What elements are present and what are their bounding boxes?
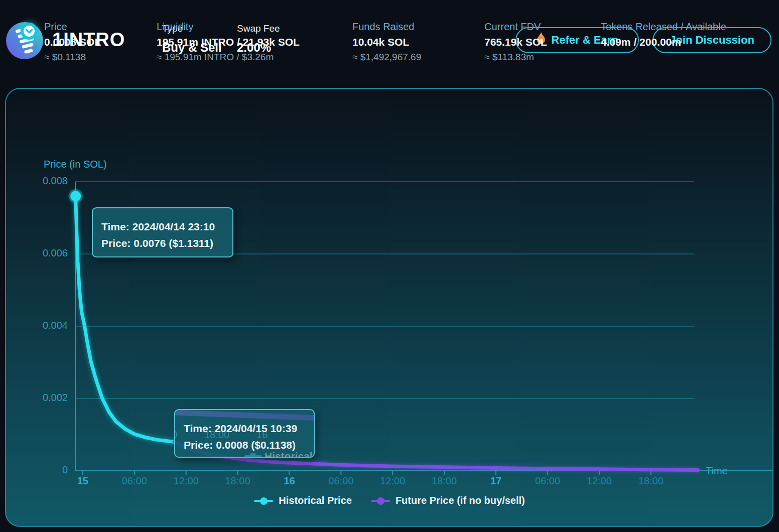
future-dot-icon bbox=[377, 497, 384, 505]
legend-item-future[interactable]: Future Price (if no buy/sell) bbox=[371, 495, 525, 506]
x-tick-label: 12:00 bbox=[577, 475, 622, 487]
legend-item-historical[interactable]: Historical Price bbox=[254, 495, 352, 506]
legend-label: Future Price (if no buy/sell) bbox=[396, 495, 525, 506]
y-tick-label: 0.004 bbox=[20, 320, 68, 331]
x-tick-label: 06:00 bbox=[318, 475, 363, 487]
x-tick-label: 15 bbox=[60, 475, 105, 487]
y-tick-label: 0 bbox=[20, 464, 68, 476]
price-chart-canvas[interactable] bbox=[0, 0, 779, 532]
x-tick-label: 17 bbox=[473, 475, 518, 487]
historical-dot-icon bbox=[260, 497, 268, 505]
tooltip-price: Price: 0.0076 ($1.1311) bbox=[101, 235, 232, 251]
legend-label: Historical Price bbox=[279, 495, 352, 506]
x-tick-label: 18:00 bbox=[215, 475, 261, 487]
x-tick-label: 06:00 bbox=[525, 475, 570, 487]
peak-point-marker[interactable] bbox=[70, 191, 81, 201]
historical-line-swatch bbox=[254, 500, 273, 502]
token-chart-page: 1INTRO Type Buy & Sell Swap Fee 2.00% Re… bbox=[0, 0, 779, 532]
x-tick-label: 18:00 bbox=[422, 475, 467, 487]
x-axis-title: Time bbox=[706, 465, 728, 477]
x-tick-label: 18:00 bbox=[628, 475, 674, 487]
y-tick-label: 0.002 bbox=[20, 392, 68, 404]
x-tick-label: 12:00 bbox=[370, 475, 415, 487]
x-tick-label: 16 bbox=[267, 475, 312, 487]
tooltip-current-price: 12:00 18:00 16 Historical Time: 2024/04/… bbox=[174, 409, 315, 458]
chart-legend: Historical Price Future Price (if no buy… bbox=[0, 495, 779, 506]
y-axis-title: Price (in SOL) bbox=[44, 159, 107, 170]
tooltip-peak-price: Time: 2024/04/14 23:10 Price: 0.0076 ($1… bbox=[92, 207, 233, 257]
ghost-axis-label: 12:00 bbox=[174, 429, 177, 441]
y-tick-label: 0.008 bbox=[20, 175, 68, 187]
ghost-future-line bbox=[174, 410, 315, 421]
tooltip-time: Time: 2024/04/14 23:10 bbox=[101, 218, 232, 235]
ghost-legend-dot bbox=[249, 453, 256, 458]
ghost-legend-line bbox=[244, 455, 262, 457]
tooltip-price: Price: 0.0008 ($0.1138) bbox=[184, 437, 314, 453]
y-tick-label: 0.006 bbox=[20, 247, 68, 259]
tooltip-time: Time: 2024/04/15 10:39 bbox=[184, 420, 314, 437]
future-line-swatch bbox=[371, 500, 390, 502]
x-tick-label: 06:00 bbox=[112, 475, 157, 487]
x-tick-label: 12:00 bbox=[164, 475, 209, 487]
